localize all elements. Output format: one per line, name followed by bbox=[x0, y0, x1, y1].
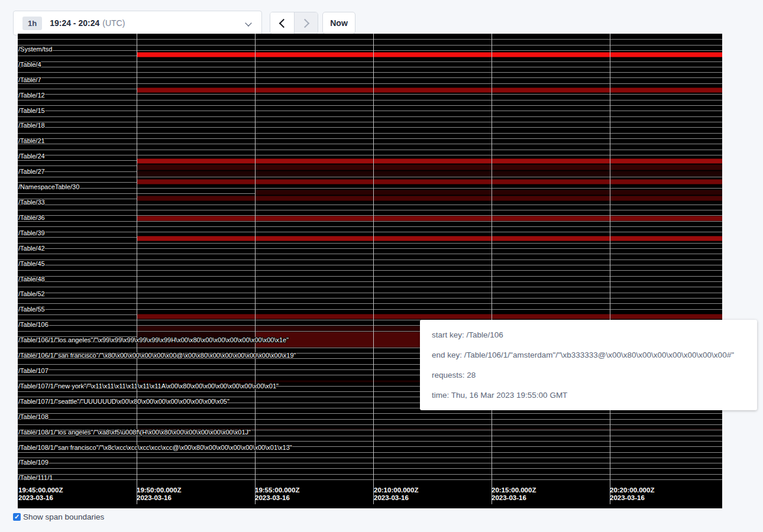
span-boundary-hline bbox=[18, 138, 722, 139]
span-boundary-hline bbox=[18, 298, 722, 299]
span-boundary-hline bbox=[18, 50, 722, 51]
span-boundary-hline bbox=[18, 67, 722, 67]
key-visualizer-chart[interactable]: /System/tsd/Table/4/Table/7/Table/12/Tab… bbox=[18, 34, 722, 508]
span-boundary-hline bbox=[18, 127, 722, 128]
time-range-text: 19:24 - 20:24 bbox=[50, 18, 99, 28]
span-boundary-hline bbox=[18, 133, 722, 134]
x-axis-tick-time: 20:10:00.000Z bbox=[374, 486, 418, 494]
x-axis-tick: 19:50:00.000Z2023-03-16 bbox=[137, 486, 181, 502]
span-boundary-hline bbox=[18, 243, 722, 244]
heat-band[interactable] bbox=[137, 216, 722, 221]
time-range-timezone: (UTC) bbox=[102, 18, 125, 28]
show-span-boundaries-checkbox[interactable]: ✓ bbox=[13, 513, 21, 521]
span-boundary-hline bbox=[18, 265, 722, 265]
time-range-select[interactable]: 1h 19:24 - 20:24 (UTC) bbox=[13, 11, 262, 35]
x-axis-tick-date: 2023-03-16 bbox=[18, 494, 63, 502]
span-boundary-hline bbox=[18, 122, 722, 122]
span-boundary-hline bbox=[18, 452, 722, 453]
span-boundary-hline bbox=[18, 463, 722, 463]
tooltip-start-key: start key: /Table/106 bbox=[432, 325, 745, 345]
span-boundary-hline bbox=[18, 188, 722, 189]
x-axis-tick-date: 2023-03-16 bbox=[255, 494, 299, 502]
span-boundary-hline bbox=[18, 45, 722, 46]
key-visualizer-page: 1h 19:24 - 20:24 (UTC) Now /System/tsd/T… bbox=[0, 0, 763, 532]
row-label: /Table/111/1 bbox=[18, 474, 53, 481]
row-label: /Table/109 bbox=[18, 459, 49, 466]
span-boundary-hline bbox=[18, 446, 722, 447]
x-axis-tick: 19:55:00.000Z2023-03-16 bbox=[255, 486, 299, 502]
column-boundary-vline bbox=[610, 34, 610, 504]
row-label: /Table/39 bbox=[18, 229, 45, 236]
span-boundary-hline bbox=[18, 276, 722, 277]
heat-band[interactable] bbox=[137, 158, 722, 164]
span-boundary-hline bbox=[18, 436, 722, 436]
row-label: /Table/52 bbox=[18, 290, 45, 297]
x-axis-tick-time: 19:55:00.000Z bbox=[255, 486, 299, 494]
row-label: /Table/24 bbox=[18, 153, 45, 160]
prev-time-button[interactable] bbox=[270, 12, 294, 34]
heat-band[interactable] bbox=[137, 314, 722, 319]
span-boundary-hline bbox=[18, 419, 722, 420]
x-axis-tick-time: 19:50:00.000Z bbox=[137, 486, 181, 494]
x-axis-tick: 20:20:00.000Z2023-03-16 bbox=[610, 486, 654, 502]
heat-band[interactable] bbox=[137, 171, 722, 177]
x-axis-tick: 20:15:00.000Z2023-03-16 bbox=[492, 486, 536, 502]
chevron-left-icon bbox=[279, 18, 288, 28]
span-boundary-hline bbox=[18, 430, 722, 430]
heat-band[interactable] bbox=[137, 428, 722, 430]
column-boundary-vline bbox=[373, 34, 374, 504]
heat-band[interactable] bbox=[137, 179, 722, 184]
row-label: /Table/108/1/"san francisco"/"\x8c\xcc\x… bbox=[18, 444, 292, 451]
span-boundary-hline bbox=[18, 458, 722, 458]
row-label: /NamespaceTable/30 bbox=[18, 183, 79, 190]
x-axis-tick-time: 20:15:00.000Z bbox=[492, 486, 536, 494]
heat-band[interactable] bbox=[137, 52, 722, 57]
checkmark-icon: ✓ bbox=[14, 514, 20, 520]
span-boundary-hline bbox=[18, 293, 722, 293]
footer: ✓ Show span boundaries bbox=[13, 512, 104, 521]
x-axis-tick-time: 19:45:00.000Z bbox=[18, 486, 63, 494]
column-boundary-vline bbox=[255, 34, 256, 504]
row-label: /System/tsd bbox=[18, 46, 52, 53]
x-axis-tick-time: 20:20:00.000Z bbox=[610, 486, 654, 494]
span-boundary-hline bbox=[18, 100, 722, 100]
x-axis-tick-date: 2023-03-16 bbox=[137, 494, 181, 502]
span-boundary-hline bbox=[18, 413, 722, 414]
hover-tooltip: start key: /Table/106 end key: /Table/10… bbox=[420, 320, 757, 410]
next-time-button[interactable] bbox=[294, 12, 318, 34]
span-boundary-hline bbox=[18, 77, 722, 78]
span-boundary-hline bbox=[18, 270, 722, 271]
x-axis-tick-date: 2023-03-16 bbox=[374, 494, 418, 502]
span-boundary-hline bbox=[18, 105, 722, 106]
span-boundary-hline bbox=[18, 111, 722, 111]
span-boundary-hline bbox=[18, 61, 722, 62]
tooltip-requests: requests: 28 bbox=[432, 365, 745, 385]
row-label: /Table/107/1/"seattle"/"UUUUUUD\x00\x80\… bbox=[18, 398, 229, 405]
span-boundary-hline bbox=[18, 474, 722, 475]
span-boundary-hline bbox=[18, 94, 722, 95]
show-span-boundaries-label: Show span boundaries bbox=[23, 512, 104, 521]
span-boundary-hline bbox=[18, 39, 722, 40]
span-boundary-hline bbox=[18, 150, 722, 150]
tooltip-time: time: Thu, 16 Mar 2023 19:55:00 GMT bbox=[432, 385, 745, 406]
heat-band[interactable] bbox=[137, 164, 722, 170]
heat-band[interactable] bbox=[255, 190, 722, 195]
span-boundary-hline bbox=[18, 210, 722, 210]
time-range-duration-badge: 1h bbox=[22, 17, 42, 30]
span-boundary-hline bbox=[18, 287, 722, 287]
heat-band[interactable] bbox=[137, 196, 722, 201]
row-label: /Table/106 bbox=[18, 321, 49, 328]
span-boundary-hline bbox=[18, 83, 722, 84]
heat-band[interactable] bbox=[137, 236, 722, 241]
span-boundary-hline bbox=[18, 479, 722, 480]
column-boundary-vline bbox=[492, 34, 492, 504]
row-label: /Table/12 bbox=[18, 92, 45, 99]
now-button[interactable]: Now bbox=[322, 12, 355, 34]
chevron-down-icon bbox=[245, 20, 251, 26]
span-boundary-hline bbox=[18, 232, 722, 232]
span-boundary-hline bbox=[18, 309, 722, 310]
row-label: /Table/107 bbox=[18, 367, 49, 374]
heat-band[interactable] bbox=[137, 87, 722, 93]
span-boundary-hline bbox=[18, 281, 722, 282]
span-boundary-hline bbox=[18, 248, 722, 249]
